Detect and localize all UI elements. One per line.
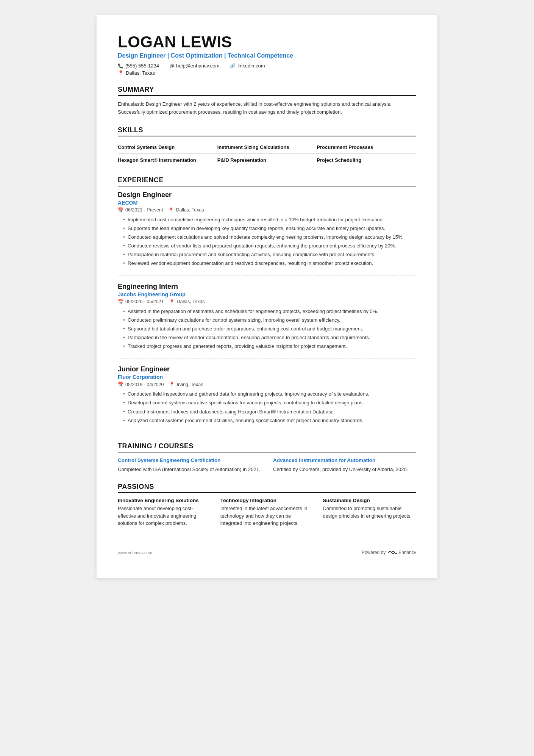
powered-by-label: Powered by xyxy=(362,550,386,555)
summary-text: Enthusiastic Design Engineer with 2 year… xyxy=(118,100,416,116)
company-name: Jacobs Engineering Group xyxy=(118,291,416,297)
location-icon: 📍 xyxy=(168,207,174,213)
resume-container: LOGAN LEWIS Design Engineer | Cost Optim… xyxy=(97,15,437,578)
phone-icon: 📞 xyxy=(118,63,123,69)
linkedin-icon: 🔗 xyxy=(230,63,236,69)
skills-grid: Control Systems DesignInstrument Sizing … xyxy=(118,141,416,166)
job-title: Design Engineer xyxy=(118,191,416,199)
job-meta: 📅 05/2020 - 05/2021 📍 Dallas, Texas xyxy=(118,299,416,305)
job-meta: 📅 06/2021 - Present 📍 Dallas, Texas xyxy=(118,207,416,213)
job-location: 📍 Dallas, Texas xyxy=(169,299,205,305)
experience-section: EXPERIENCE Design Engineer AECOM 📅 06/20… xyxy=(118,176,416,432)
email-address: help@enhancv.com xyxy=(176,63,219,69)
location-row: 📍 Dallas, Texas xyxy=(118,70,416,76)
summary-title: SUMMARY xyxy=(118,86,416,96)
skill-item: Project Scheduling xyxy=(317,154,416,166)
passion-item-desc: Passionate about developing cost-effecti… xyxy=(118,505,211,527)
passion-item-title: Innovative Engineering Solutions xyxy=(118,498,211,503)
brand-name: Enhancv xyxy=(398,550,416,555)
job-date: 📅 05/2019 - 04/2020 xyxy=(118,382,164,387)
job-date: 📅 06/2021 - Present xyxy=(118,207,163,213)
job-title: Engineering Intern xyxy=(118,283,416,291)
location-icon: 📍 xyxy=(169,299,175,305)
phone-number: (555) 555-1234 xyxy=(125,63,159,69)
bullet-item: Conducted preliminary calculations for c… xyxy=(123,316,416,324)
training-item-desc: Completed with ISA (International Societ… xyxy=(118,466,261,473)
passions-grid: Innovative Engineering Solutions Passion… xyxy=(118,498,416,527)
job-meta: 📅 05/2019 - 04/2020 📍 Irving, Texas xyxy=(118,382,416,387)
jobs-container: Design Engineer AECOM 📅 06/2021 - Presen… xyxy=(118,191,416,432)
bullet-item: Assisted in the preparation of estimates… xyxy=(123,308,416,315)
bullet-item: Reviewed vendor equipment documentation … xyxy=(123,260,416,267)
email-contact: @ help@enhancv.com xyxy=(170,63,219,69)
linkedin-url: linkedin.com xyxy=(237,63,265,69)
skill-item: Procurement Processes xyxy=(317,141,416,154)
bullet-item: Tracked project progress and generated r… xyxy=(123,343,416,350)
passion-item: Technology Integration Interested in the… xyxy=(220,498,314,527)
job-location: 📍 Irving, Texas xyxy=(169,382,203,387)
company-name: AECOM xyxy=(118,200,416,206)
passion-item-desc: Committed to promoting sustainable desig… xyxy=(323,505,416,520)
skills-section: SKILLS Control Systems DesignInstrument … xyxy=(118,126,416,166)
passions-title: PASSIONS xyxy=(118,483,416,493)
email-icon: @ xyxy=(170,63,174,69)
job-location: 📍 Dallas, Texas xyxy=(168,207,204,213)
bullet-item: Supported the lead engineer in developin… xyxy=(123,225,416,232)
bullet-list: Implemented cost-competitive engineering… xyxy=(118,216,416,268)
passion-item-title: Sustainable Design xyxy=(323,498,416,503)
summary-section: SUMMARY Enthusiastic Design Engineer wit… xyxy=(118,86,416,116)
skill-item: P&ID Representation xyxy=(217,154,317,166)
linkedin-contact: 🔗 linkedin.com xyxy=(230,63,265,69)
bullet-item: Developed control systems narrative spec… xyxy=(123,399,416,407)
passion-item: Sustainable Design Committed to promotin… xyxy=(323,498,416,527)
bullet-item: Participated in material procurement and… xyxy=(123,251,416,258)
skill-item: Hexagon Smart® Instrumentation xyxy=(118,154,217,166)
footer: www.enhancv.com Powered by Enhancv xyxy=(118,550,416,555)
bullet-item: Participated in the review of vendor doc… xyxy=(123,334,416,341)
skill-item: Instrument Sizing Calculations xyxy=(217,141,317,154)
candidate-title: Design Engineer | Cost Optimization | Te… xyxy=(118,52,416,59)
passions-section: PASSIONS Innovative Engineering Solution… xyxy=(118,483,416,527)
passion-item-title: Technology Integration xyxy=(220,498,314,503)
passion-item-desc: Interested in the latest advancements in… xyxy=(220,505,314,527)
passion-item: Innovative Engineering Solutions Passion… xyxy=(118,498,211,527)
header: LOGAN LEWIS Design Engineer | Cost Optim… xyxy=(118,33,416,76)
enhancv-brand: Enhancv xyxy=(388,550,416,555)
skill-item: Control Systems Design xyxy=(118,141,217,154)
calendar-icon: 📅 xyxy=(118,207,124,213)
training-grid: Control Systems Engineering Certificatio… xyxy=(118,457,416,473)
training-item-desc: Certified by Coursera, provided by Unive… xyxy=(273,466,416,473)
training-section: TRAINING / COURSES Control Systems Engin… xyxy=(118,442,416,473)
bullet-list: Conducted field inspections and gathered… xyxy=(118,390,416,424)
bullet-item: Supported bid tabulation and purchase or… xyxy=(123,325,416,333)
contact-row: 📞 (555) 555-1234 @ help@enhancv.com 🔗 li… xyxy=(118,63,416,69)
training-item-title: Advanced Instrumentation for Automation xyxy=(273,457,416,464)
job-date: 📅 05/2020 - 05/2021 xyxy=(118,299,164,305)
calendar-icon: 📅 xyxy=(118,299,124,305)
bullet-item: Conducted reviews of vendor lists and pr… xyxy=(123,242,416,250)
candidate-name: LOGAN LEWIS xyxy=(118,33,416,51)
bullet-item: Conducted field inspections and gathered… xyxy=(123,390,416,398)
training-item: Control Systems Engineering Certificatio… xyxy=(118,457,261,473)
location-text: Dallas, Texas xyxy=(126,70,155,76)
footer-logo: Powered by Enhancv xyxy=(362,550,416,555)
skills-title: SKILLS xyxy=(118,126,416,136)
job-entry: Junior Engineer Fluor Corporation 📅 05/2… xyxy=(118,365,416,432)
phone-contact: 📞 (555) 555-1234 xyxy=(118,63,159,69)
location-pin-icon: 📍 xyxy=(118,70,124,76)
training-title: TRAINING / COURSES xyxy=(118,442,416,452)
experience-title: EXPERIENCE xyxy=(118,176,416,186)
bullet-item: Conducted equipment calculations and sol… xyxy=(123,233,416,241)
company-name: Fluor Corporation xyxy=(118,374,416,380)
footer-website: www.enhancv.com xyxy=(118,550,152,555)
job-entry: Engineering Intern Jacobs Engineering Gr… xyxy=(118,283,416,359)
training-item-title: Control Systems Engineering Certificatio… xyxy=(118,457,261,464)
bullet-item: Created Instrument Indexes and datasheet… xyxy=(123,408,416,416)
location-icon: 📍 xyxy=(169,382,175,387)
enhancv-logo-icon xyxy=(388,550,397,555)
calendar-icon: 📅 xyxy=(118,382,124,387)
job-entry: Design Engineer AECOM 📅 06/2021 - Presen… xyxy=(118,191,416,276)
bullet-list: Assisted in the preparation of estimates… xyxy=(118,308,416,351)
bullet-item: Analyzed control systems procurement act… xyxy=(123,417,416,424)
job-title: Junior Engineer xyxy=(118,365,416,373)
